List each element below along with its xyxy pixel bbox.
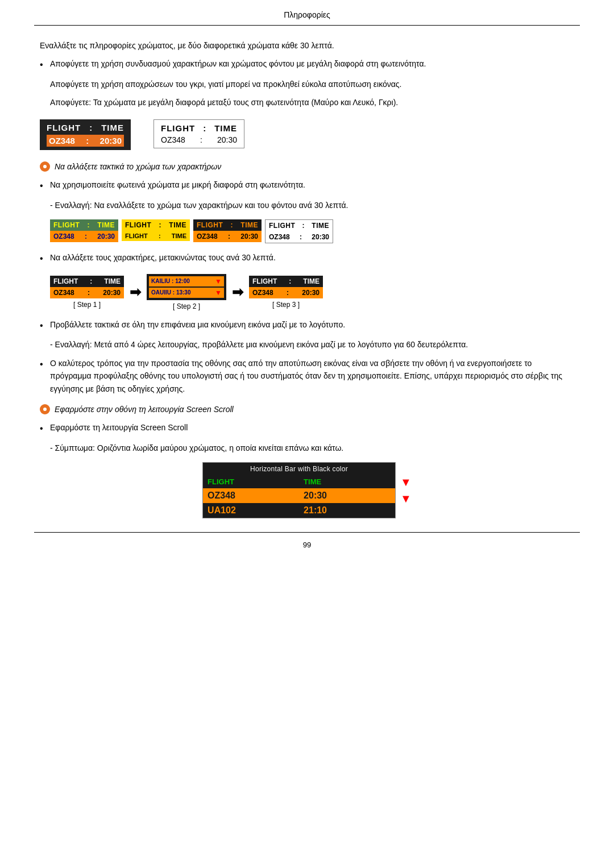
step1-d-sep: :	[88, 289, 90, 297]
scroll-col2-header: TIME	[299, 475, 395, 488]
step1-data: OZ348 : 20:30	[50, 287, 124, 298]
page-header: Πληροφορίες	[34, 0, 580, 26]
scroll-arrows: ▼ ▼	[400, 476, 412, 505]
v3-d-right: 20:30	[240, 232, 258, 240]
scroll-row-1: OZ348 20:30	[203, 488, 395, 503]
variant-4-header: FLIGHT : TIME	[265, 220, 333, 231]
bullet-item-3: • Να αλλάξετε τους χαρακτήρες, μετακινών…	[40, 251, 574, 266]
bullet-dot-3: •	[40, 251, 50, 266]
scroll-down-arrow-2: ▼	[400, 492, 412, 505]
orange-circle-2	[40, 404, 50, 414]
step1-h-sep: :	[90, 277, 92, 285]
scroll-table-header: FLIGHT TIME	[203, 475, 395, 488]
bullet-text-1: Αποφύγετε τη χρήση συνδυασμού χαρακτήρων…	[50, 57, 574, 70]
sub-text-4: - Εναλλαγή: Μετά από 4 ώρες λειτουργίας,…	[50, 338, 574, 351]
step3-header: FLIGHT : TIME	[249, 276, 323, 287]
orange-circle-1	[40, 161, 50, 172]
step3-data: OZ348 : 20:30	[249, 287, 323, 298]
variant-box-2: FLIGHT : TIME FLIGHT : TIME	[122, 219, 190, 241]
light-header-left: FLIGHT	[161, 123, 195, 133]
bullet-item-4: • Προβάλλετε τακτικά σε όλη την επιφάνει…	[40, 318, 574, 333]
scroll-r2-c1: UA102	[203, 503, 299, 518]
step2-label: [ Step 2 ]	[147, 302, 226, 310]
page-number: 99	[303, 541, 311, 549]
scroll-display: Horizontal Bar with Black color FLIGHT T…	[40, 462, 574, 518]
v1-h-right: TIME	[97, 221, 115, 229]
dark-data-sep: :	[86, 136, 89, 146]
v3-d-sep: :	[228, 232, 230, 240]
v1-h-sep: :	[88, 221, 90, 229]
scroll-col1-header: FLIGHT	[203, 475, 299, 488]
variant-1-data: OZ348 : 20:30	[50, 231, 118, 242]
light-data-left: OZ348	[161, 135, 185, 144]
orange-bullet-text-2: Εφαρμόστε στην οθόνη τη λειτουργία Scree…	[55, 403, 234, 416]
scroll-r1-c1: OZ348	[203, 488, 299, 503]
light-box-data: OZ348 : 20:30	[161, 135, 237, 144]
step1-d-left: OZ348	[53, 289, 74, 297]
step2-container: KAILIU : 12:00 ▼ OAUIIU : 13:30 ▼ [ Step…	[147, 274, 226, 310]
flight-examples: FLIGHT : TIME OZ348 : 20:30 FLIGHT : TIM…	[40, 119, 574, 150]
flight-box-dark: FLIGHT : TIME OZ348 : 20:30	[40, 119, 131, 150]
scroll-table: Horizontal Bar with Black color FLIGHT T…	[202, 462, 396, 518]
v1-d-right: 20:30	[97, 232, 115, 240]
step3-d-right: 20:30	[302, 289, 320, 297]
bullet-item-2: • Να χρησιμοποιείτε φωτεινά χρώματα με μ…	[40, 178, 574, 193]
variant-box-3: FLIGHT : TIME OZ348 : 20:30	[193, 219, 262, 242]
v4-d-sep: :	[300, 233, 302, 241]
variant-4-data: OZ348 : 20:30	[265, 231, 333, 243]
step2-line3: OAUIIU : 13:30	[151, 289, 190, 296]
bullet-dot-4: •	[40, 318, 50, 333]
v4-h-right: TIME	[312, 222, 329, 230]
arrow-2: ➡	[232, 284, 243, 300]
variant-3-header: FLIGHT : TIME	[193, 219, 262, 231]
step1-d-right: 20:30	[103, 289, 121, 297]
sub-text-2: Αποφύγετε: Τα χρώματα με μεγάλη διαφορά …	[50, 96, 574, 109]
scroll-r1-c2: 20:30	[299, 488, 395, 503]
step3-h-right: TIME	[303, 277, 320, 285]
v3-h-right: TIME	[240, 221, 258, 229]
dark-box-header: FLIGHT : TIME	[47, 123, 124, 132]
variant-box-1: FLIGHT : TIME OZ348 : 20:30	[50, 219, 118, 242]
bullet-dot-6: •	[40, 421, 50, 436]
v1-d-left: OZ348	[53, 232, 74, 240]
step2-box: KAILIU : 12:00 ▼ OAUIIU : 13:30 ▼	[147, 274, 226, 300]
dark-data-right: 20:30	[100, 136, 122, 146]
v3-d-left: OZ348	[197, 232, 218, 240]
main-content: Εναλλάξτε τις πληροφορίες χρώματος, με δ…	[34, 39, 580, 518]
dark-header-sep: :	[89, 123, 93, 132]
header-title: Πληροφορίες	[284, 10, 330, 19]
step3-box: FLIGHT : TIME OZ348 : 20:30	[249, 276, 323, 298]
bullet-text-2: Να χρησιμοποιείτε φωτεινά χρώματα με μικ…	[50, 178, 574, 191]
light-data-sep: :	[200, 135, 202, 144]
scroll-down-arrow-1: ▼	[400, 476, 412, 489]
bullet-text-5: Ο καλύτερος τρόπος για την προστασία της…	[50, 357, 574, 395]
sub-text-1: Αποφύγετε τη χρήση αποχρώσεων του γκρι, …	[50, 78, 574, 90]
step3-h-left: FLIGHT	[252, 277, 277, 285]
v4-d-right: 20:30	[312, 233, 329, 241]
bullet-item-6: • Εφαρμόστε τη λειτουργία Screen Scroll	[40, 421, 574, 436]
orange-bullet-1: Να αλλάξετε τακτικά το χρώμα των χαρακτή…	[40, 160, 574, 173]
sub-text-5: - Σύμπτωμα: Οριζόντια λωρίδα μαύρου χρώμ…	[50, 442, 574, 454]
step3-d-left: OZ348	[252, 289, 273, 297]
step2-line1: KAILIU : 12:00	[151, 278, 190, 284]
dark-header-left: FLIGHT	[47, 123, 81, 132]
light-header-sep: :	[203, 123, 206, 133]
bullet-text-6: Εφαρμόστε τη λειτουργία Screen Scroll	[50, 421, 574, 434]
step1-header: FLIGHT : TIME	[50, 276, 124, 287]
flight-box-light: FLIGHT : TIME OZ348 : 20:30	[154, 119, 244, 148]
variant-2-data: FLIGHT : TIME	[122, 231, 190, 241]
variant-box-4: FLIGHT : TIME OZ348 : 20:30	[265, 219, 333, 243]
v1-h-left: FLIGHT	[53, 221, 80, 229]
arrow-1: ➡	[130, 284, 141, 300]
v2-d-sep: :	[159, 232, 161, 239]
step3-container: FLIGHT : TIME OZ348 : 20:30 [ Step 3 ]	[249, 276, 323, 309]
v2-h-sep: :	[159, 221, 162, 229]
light-box-header: FLIGHT : TIME	[161, 123, 237, 133]
step-diagram: FLIGHT : TIME OZ348 : 20:30 [ Step 1 ] ➡…	[50, 274, 574, 310]
v1-d-sep: :	[85, 232, 87, 240]
bullet-text-3: Να αλλάξετε τους χαρακτήρες, μετακινώντα…	[50, 251, 574, 264]
v2-h-left: FLIGHT	[125, 221, 151, 229]
dark-box-data: OZ348 : 20:30	[47, 135, 124, 147]
bullet-item-5: • Ο καλύτερος τρόπος για την προστασία τ…	[40, 357, 574, 395]
variant-1-header: FLIGHT : TIME	[50, 219, 118, 231]
